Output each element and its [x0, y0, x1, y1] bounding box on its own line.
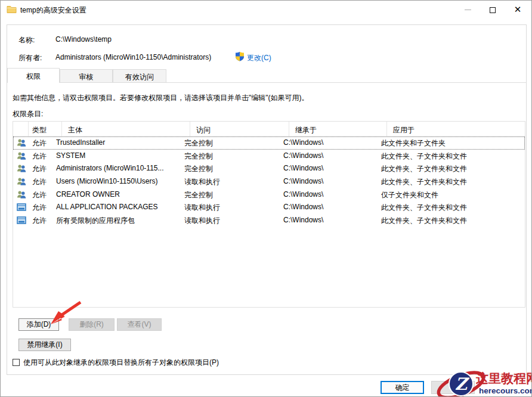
view-button[interactable]: 查看(V)	[117, 318, 162, 331]
entry-access: 读取和执行	[184, 177, 280, 187]
remove-button[interactable]: 删除(R)	[69, 318, 115, 331]
column-header-applies-to[interactable]: 应用于	[387, 122, 525, 137]
column-header-access[interactable]: 访问	[190, 122, 289, 137]
window-title: temp的高级安全设置	[20, 5, 86, 15]
tab-permissions-label: 权限	[26, 72, 41, 80]
minimize-icon	[465, 10, 471, 10]
owner-label: 所有者:	[18, 53, 42, 63]
entry-inherited-from: C:\Windows\	[283, 216, 379, 224]
disable-inheritance-button[interactable]: 禁用继承(I)	[18, 339, 71, 351]
entry-applies-to: 此文件夹和子文件夹	[381, 138, 521, 148]
column-header-principal[interactable]: 主体	[62, 122, 190, 137]
entry-principal: TrustedInstaller	[56, 138, 181, 147]
entry-applies-to: 此文件夹、子文件夹和文件	[381, 164, 521, 174]
maximize-button[interactable]	[482, 1, 503, 18]
minimize-button[interactable]	[457, 1, 478, 18]
replace-permissions-row: 使用可从此对象继承的权限项目替换所有子对象的权限项目(P)	[13, 358, 219, 368]
tab-auditing[interactable]: 审核	[60, 69, 113, 83]
entry-applies-to: 仅子文件夹和文件	[381, 190, 521, 200]
group-icon	[17, 177, 26, 186]
change-owner-link[interactable]: 更改(C)	[247, 53, 271, 63]
entry-access: 完全控制	[184, 151, 280, 162]
folder-icon	[7, 5, 17, 14]
entry-applies-to: 此文件夹、子文件夹和文件	[381, 151, 521, 162]
entry-access: 读取和执行	[184, 203, 280, 213]
entry-access: 完全控制	[184, 190, 280, 200]
entry-access: 完全控制	[184, 164, 280, 174]
group-icon	[17, 151, 26, 160]
entry-access: 读取和执行	[184, 216, 280, 226]
add-button[interactable]: 添加(D)	[18, 318, 59, 331]
close-button[interactable]: ✕	[508, 1, 528, 18]
permission-entries-table: 类型 主体 访问 继承于 应用于 允许 TrustedInstaller 完全控…	[13, 121, 525, 308]
app-package-icon	[17, 216, 26, 225]
entry-applies-to: 此文件夹、子文件夹和文件	[381, 203, 521, 213]
entry-principal: Administrators (MicroWin10-115...	[56, 164, 181, 172]
title-bar: temp的高级安全设置 ✕	[1, 1, 531, 18]
entry-principal: CREATOR OWNER	[56, 190, 181, 199]
app-package-icon	[17, 203, 26, 212]
group-icon	[17, 164, 26, 173]
watermark-site-name: 这里教程网	[475, 371, 532, 385]
column-header-type[interactable]: 类型	[29, 122, 62, 137]
uac-shield-icon	[235, 51, 245, 61]
entry-principal: 所有受限制的应用程序包	[56, 216, 181, 226]
column-header-inherited-from[interactable]: 继承于	[289, 122, 387, 137]
entry-applies-to: 此文件夹、子文件夹和文件	[381, 177, 521, 187]
entry-access: 完全控制	[184, 138, 280, 148]
permission-entry-row[interactable]: 允许 Users (MicroWin10-1150\Users) 读取和执行 C…	[13, 175, 525, 188]
column-header-icon[interactable]	[13, 122, 29, 137]
tab-effective-access[interactable]: 有效访问	[113, 69, 166, 83]
entry-inherited-from: C:\Windows\	[283, 138, 379, 147]
entry-principal: SYSTEM	[56, 151, 181, 160]
tab-permissions[interactable]: 权限	[7, 68, 60, 83]
close-icon: ✕	[514, 4, 522, 14]
permission-entry-row[interactable]: 允许 所有受限制的应用程序包 读取和执行 C:\Windows\ 此文件夹、子文…	[13, 214, 525, 227]
permission-rows: 允许 TrustedInstaller 完全控制 C:\Windows\ 此文件…	[13, 137, 525, 227]
tab-auditing-label: 审核	[79, 73, 94, 81]
replace-permissions-label: 使用可从此对象继承的权限项目替换所有子对象的权限项目(P)	[23, 358, 219, 367]
entries-label: 权限条目:	[13, 109, 43, 119]
entry-inherited-from: C:\Windows\	[283, 190, 379, 199]
permission-entry-row[interactable]: 允许 Administrators (MicroWin10-115... 完全控…	[13, 162, 525, 175]
owner-value: Administrators (MicroWin10-1150\Administ…	[55, 53, 211, 61]
ok-button[interactable]: 确定	[381, 381, 424, 394]
entry-inherited-from: C:\Windows\	[283, 151, 379, 160]
permission-entry-row[interactable]: 允许 CREATOR OWNER 完全控制 C:\Windows\ 仅子文件夹和…	[13, 188, 525, 201]
entry-applies-to: 此文件夹、子文件夹和文件	[381, 216, 521, 226]
name-label: 名称:	[18, 35, 35, 45]
entry-inherited-from: C:\Windows\	[283, 177, 379, 185]
permission-entry-row[interactable]: 允许 SYSTEM 完全控制 C:\Windows\ 此文件夹、子文件夹和文件	[13, 150, 525, 163]
name-value: C:\Windows\temp	[55, 35, 112, 44]
watermark-site-url: herecours.com	[479, 386, 532, 395]
table-header: 类型 主体 访问 继承于 应用于	[13, 122, 525, 137]
entry-inherited-from: C:\Windows\	[283, 164, 379, 172]
tab-effective-access-label: 有效访问	[125, 73, 154, 81]
group-icon	[17, 190, 26, 199]
entry-principal: ALL APPLICATION PACKAGES	[56, 203, 181, 211]
tabstrip-divider	[166, 82, 527, 83]
instruction-text: 如需其他信息，请双击权限项目。若要修改权限项目，请选择该项目并单击"编辑"(如果…	[13, 93, 519, 103]
advanced-security-settings-dialog: temp的高级安全设置 ✕ 名称: C:\Windows\temp 所有者: A…	[0, 0, 532, 397]
maximize-icon	[490, 7, 496, 13]
group-icon	[17, 138, 26, 147]
entry-inherited-from: C:\Windows\	[283, 203, 379, 211]
replace-permissions-checkbox[interactable]	[13, 359, 20, 366]
permission-entry-row[interactable]: 允许 ALL APPLICATION PACKAGES 读取和执行 C:\Win…	[13, 201, 525, 214]
entry-principal: Users (MicroWin10-1150\Users)	[56, 177, 181, 185]
permission-entry-row[interactable]: 允许 TrustedInstaller 完全控制 C:\Windows\ 此文件…	[13, 137, 525, 150]
watermark-logo: Z 这里教程网 herecours.com	[436, 365, 532, 397]
